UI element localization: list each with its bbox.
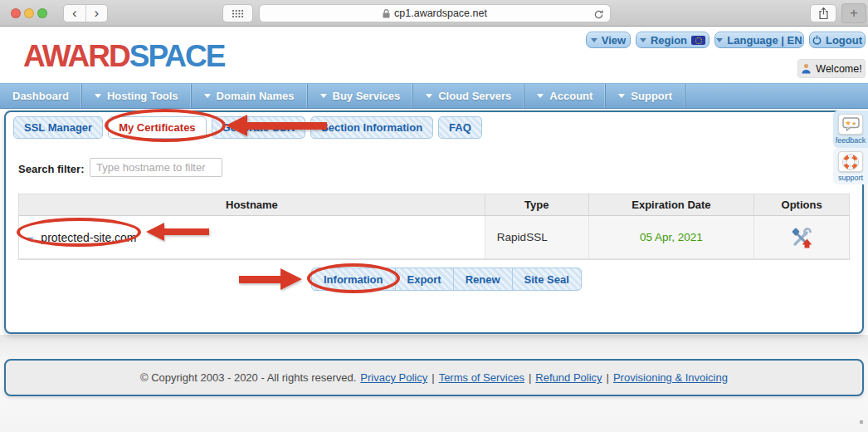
tab-section-information[interactable]: Section Information xyxy=(310,116,433,139)
chevron-down-icon xyxy=(591,38,597,42)
logo-space-text: SPACE xyxy=(129,39,225,73)
history-nav-group: ‹ › xyxy=(63,4,108,22)
site-seal-button[interactable]: Site Seal xyxy=(513,268,581,290)
information-button[interactable]: Information xyxy=(312,268,396,290)
share-button[interactable] xyxy=(810,4,836,22)
collapse-toggle-icon[interactable]: – xyxy=(27,230,33,244)
resize-grip xyxy=(860,420,863,424)
column-header-expiration: Expiration Date xyxy=(589,194,755,215)
view-button-label: View xyxy=(602,34,626,47)
action-label: Site Seal xyxy=(524,273,569,286)
tab-my-certificates[interactable]: My Certificates xyxy=(108,116,206,139)
forward-button[interactable]: › xyxy=(86,5,108,22)
chevron-down-icon xyxy=(204,94,211,98)
tab-bar: SSL Manager My Certificates Generate CSR… xyxy=(13,116,482,139)
new-tab-button[interactable]: + xyxy=(841,3,866,23)
nav-label: Dashboard xyxy=(12,90,69,102)
terms-of-services-link[interactable]: Terms of Services xyxy=(439,371,524,384)
certificates-table: Hostname Type Expiration Date Options – … xyxy=(18,194,850,260)
svg-text:★: ★ xyxy=(845,119,851,127)
options-cell xyxy=(754,216,849,258)
chevron-down-icon xyxy=(618,94,625,98)
welcome-box: Welcome! xyxy=(797,59,866,78)
share-icon xyxy=(818,7,829,20)
nav-item-hosting-tools[interactable]: Hosting Tools xyxy=(82,84,192,108)
tab-faq[interactable]: FAQ xyxy=(438,116,482,139)
support-badge[interactable]: support xyxy=(833,148,868,184)
certificate-actions: Information Export Renew Site Seal xyxy=(311,268,582,291)
nav-item-account[interactable]: Account xyxy=(524,84,606,108)
tab-generate-csr[interactable]: Generate CSR xyxy=(212,116,305,139)
zoom-window-button[interactable] xyxy=(37,8,47,18)
grid-icon xyxy=(232,9,244,18)
browser-window: ‹ › cp1.awardspace.net xyxy=(0,0,868,432)
support-icon-box[interactable] xyxy=(838,151,863,172)
feedback-icon-box[interactable]: ★ ★ xyxy=(838,114,863,135)
eu-flag-icon xyxy=(691,36,705,45)
search-filter-label: Search filter: xyxy=(18,163,84,175)
close-window-button[interactable] xyxy=(11,8,21,18)
column-header-options: Options xyxy=(754,194,849,215)
back-button[interactable]: ‹ xyxy=(64,5,86,22)
feedback-badge-label: feedback xyxy=(836,136,866,145)
nav-item-buy-services[interactable]: Buy Services xyxy=(308,84,414,108)
reload-button[interactable] xyxy=(593,8,604,23)
lifebuoy-icon xyxy=(841,152,860,171)
type-cell: RapidSSL xyxy=(485,216,589,258)
logout-button[interactable]: Logout xyxy=(809,32,866,48)
feedback-bubble-icon: ★ ★ xyxy=(842,117,860,131)
feedback-badge[interactable]: ★ ★ feedback xyxy=(833,110,868,148)
copyright-text: © Copyright 2003 - 2020 - All rights res… xyxy=(140,371,356,384)
logo-award-text: AWARD xyxy=(23,39,129,73)
tab-label: FAQ xyxy=(449,121,471,134)
ssl-panel: SSL Manager My Certificates Generate CSR… xyxy=(4,110,864,334)
action-label: Information xyxy=(324,273,383,286)
chevron-down-icon xyxy=(716,38,723,42)
svg-text:★: ★ xyxy=(851,120,856,126)
nav-label: Cloud Servers xyxy=(438,90,511,102)
action-label: Export xyxy=(407,273,441,286)
nav-label: Hosting Tools xyxy=(107,90,178,102)
nav-label: Account xyxy=(549,90,592,102)
nav-item-cloud-servers[interactable]: Cloud Servers xyxy=(413,84,524,108)
awardspace-logo[interactable]: AWARDSPACE xyxy=(23,39,224,74)
url-text: cp1.awardspace.net xyxy=(394,7,487,19)
minimize-window-button[interactable] xyxy=(24,8,34,18)
nav-item-domain-names[interactable]: Domain Names xyxy=(192,84,308,108)
footer: © Copyright 2003 - 2020 - All rights res… xyxy=(4,359,864,396)
tab-ssl-manager[interactable]: SSL Manager xyxy=(13,116,103,139)
table-header-row: Hostname Type Expiration Date Options xyxy=(19,194,849,216)
view-button[interactable]: View xyxy=(586,32,631,48)
page-content: AWARDSPACE View Region Language | EN Log… xyxy=(0,27,868,432)
nav-label: Domain Names xyxy=(217,90,295,102)
tools-options-icon[interactable] xyxy=(791,227,812,248)
reload-icon xyxy=(593,9,604,20)
nav-item-dashboard[interactable]: Dashboard xyxy=(0,84,82,108)
export-button[interactable]: Export xyxy=(396,268,454,290)
tab-overview-button[interactable] xyxy=(222,4,253,22)
column-header-type: Type xyxy=(485,194,589,215)
forward-chevron-icon: › xyxy=(94,5,99,22)
chevron-down-icon xyxy=(537,94,544,98)
chevron-down-icon xyxy=(320,94,327,98)
link-separator: | xyxy=(607,371,609,384)
renew-button[interactable]: Renew xyxy=(454,268,513,290)
column-header-hostname: Hostname xyxy=(19,194,485,215)
region-button[interactable]: Region xyxy=(636,32,710,48)
provisioning-invoicing-link[interactable]: Provisioning & Invoicing xyxy=(613,371,728,384)
address-bar[interactable]: cp1.awardspace.net xyxy=(259,4,611,22)
plus-icon: + xyxy=(850,5,858,22)
search-filter-input[interactable] xyxy=(90,158,222,177)
link-separator: | xyxy=(529,371,531,384)
language-button[interactable]: Language | EN xyxy=(714,32,804,48)
back-chevron-icon: ‹ xyxy=(72,5,77,22)
action-label: Renew xyxy=(466,273,500,286)
privacy-policy-link[interactable]: Privacy Policy xyxy=(360,371,427,384)
chevron-down-icon xyxy=(95,94,101,98)
lock-icon xyxy=(383,9,390,18)
hostname-value: protected-site.com xyxy=(41,231,136,244)
welcome-label: Welcome! xyxy=(816,63,861,75)
refund-policy-link[interactable]: Refund Policy xyxy=(535,371,602,384)
nav-item-support[interactable]: Support xyxy=(606,84,685,108)
table-row[interactable]: – protected-site.com RapidSSL 05 Apr, 20… xyxy=(19,216,849,259)
